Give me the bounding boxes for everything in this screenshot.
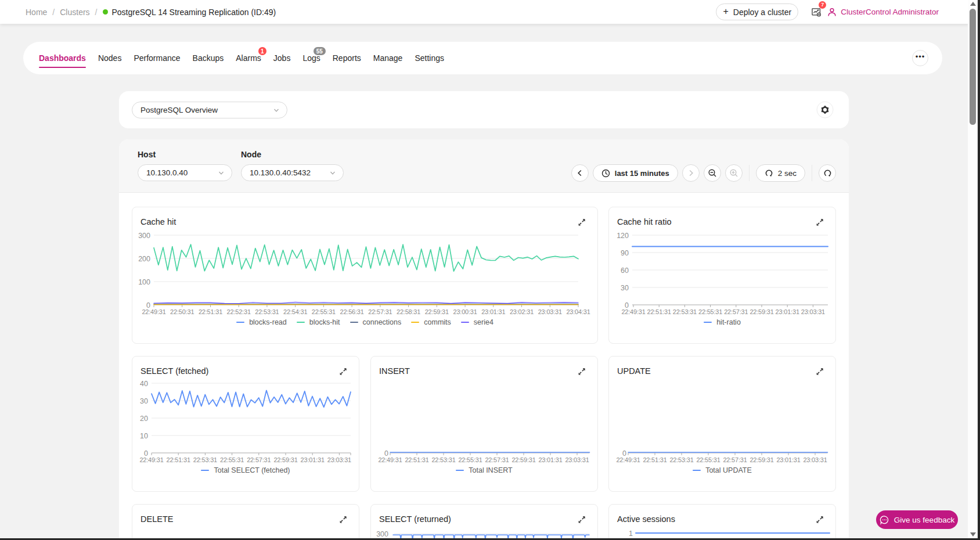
svg-text:22:51:31: 22:51:31 [643,456,666,463]
svg-text:22:55:31: 22:55:31 [312,308,336,315]
svg-text:23:03:31: 23:03:31 [565,456,589,463]
svg-text:22:57:31: 22:57:31 [247,456,271,463]
svg-text:22:58:31: 22:58:31 [397,308,420,315]
svg-text:22:59:31: 22:59:31 [273,456,297,463]
svg-text:22:53:31: 22:53:31 [669,456,693,463]
svg-text:1: 1 [629,530,633,538]
svg-text:22:49:31: 22:49:31 [616,456,640,463]
svg-text:30: 30 [621,284,629,292]
svg-text:23:04:31: 23:04:31 [566,308,590,315]
svg-text:23:03:31: 23:03:31 [801,308,825,315]
svg-text:120: 120 [617,232,629,240]
svg-text:23:03:31: 23:03:31 [538,308,562,315]
svg-text:22:49:31: 22:49:31 [621,308,645,315]
svg-text:22:54:31: 22:54:31 [283,308,307,315]
svg-text:23:00:31: 23:00:31 [453,308,477,315]
svg-text:22:53:31: 22:53:31 [255,308,279,315]
svg-text:22:57:31: 22:57:31 [724,308,748,315]
svg-text:22:49:31: 22:49:31 [378,456,402,463]
svg-text:40: 40 [140,380,148,388]
svg-text:22:55:31: 22:55:31 [696,456,720,463]
svg-text:22:49:31: 22:49:31 [139,456,163,463]
svg-text:22:52:31: 22:52:31 [227,308,251,315]
svg-text:22:50:31: 22:50:31 [170,308,194,315]
svg-text:200: 200 [138,255,150,263]
svg-text:22:57:31: 22:57:31 [368,308,392,315]
svg-text:20: 20 [140,415,148,423]
svg-text:22:59:31: 22:59:31 [750,456,773,463]
svg-text:23:01:31: 23:01:31 [481,308,505,315]
svg-text:10: 10 [140,432,148,440]
svg-text:23:01:31: 23:01:31 [301,456,325,463]
svg-text:60: 60 [621,267,629,275]
svg-text:23:01:31: 23:01:31 [776,308,799,315]
svg-text:22:51:31: 22:51:31 [199,308,222,315]
svg-text:22:53:31: 22:53:31 [431,456,455,463]
svg-text:22:53:31: 22:53:31 [673,308,697,315]
svg-text:22:51:31: 22:51:31 [167,456,190,463]
svg-text:22:55:31: 22:55:31 [458,456,482,463]
svg-text:22:56:31: 22:56:31 [340,308,363,315]
svg-text:100: 100 [138,278,150,286]
svg-text:22:53:31: 22:53:31 [193,456,217,463]
svg-text:22:59:31: 22:59:31 [750,308,773,315]
svg-text:22:51:31: 22:51:31 [405,456,428,463]
svg-text:23:02:31: 23:02:31 [510,308,534,315]
svg-text:23:03:31: 23:03:31 [327,456,351,463]
svg-text:23:01:31: 23:01:31 [776,456,800,463]
svg-text:22:57:31: 22:57:31 [723,456,747,463]
svg-text:300: 300 [138,232,150,240]
svg-text:22:57:31: 22:57:31 [485,456,509,463]
svg-text:22:55:31: 22:55:31 [220,456,244,463]
svg-text:22:55:31: 22:55:31 [698,308,722,315]
svg-text:22:59:31: 22:59:31 [425,308,449,315]
svg-text:300: 300 [376,530,388,538]
svg-text:30: 30 [140,397,148,405]
svg-text:90: 90 [621,249,629,257]
svg-text:22:49:31: 22:49:31 [142,308,165,315]
svg-text:22:59:31: 22:59:31 [511,456,535,463]
svg-text:23:03:31: 23:03:31 [803,456,827,463]
svg-text:23:01:31: 23:01:31 [538,456,562,463]
svg-text:22:51:31: 22:51:31 [647,308,671,315]
